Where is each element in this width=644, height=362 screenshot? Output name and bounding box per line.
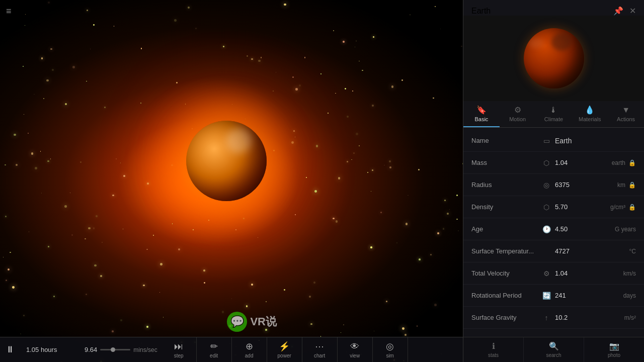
panel-header: Earth 📌 ✕ (463, 0, 644, 16)
time-value: 1.05 hours (26, 346, 57, 353)
pause-button[interactable]: ⏸ (0, 337, 20, 363)
prop-age-label: Age (471, 225, 542, 233)
prop-mass-icon: ⬡ (542, 159, 551, 167)
prop-age-icon: 🕐 (542, 225, 551, 233)
speed-slider[interactable] (100, 349, 130, 350)
wechat-icon: 💬 (227, 312, 247, 332)
prop-density-label: Density (471, 203, 542, 211)
prop-age-row[interactable]: Age 🕐 4.50 G years (463, 218, 644, 240)
space-viewport: ≡ ⏸ 1.05 hours 9.64 mins/sec ⏭ step ✏ ed… (0, 0, 463, 362)
edit-control[interactable]: ✏ edit (197, 337, 232, 363)
prop-rotation-unit: days (623, 292, 636, 299)
basic-tab-label: Basic (474, 116, 488, 122)
planet-sphere[interactable] (186, 121, 267, 201)
tab-actions[interactable]: ▼ Actions (608, 101, 644, 127)
prop-surface-temp-label: Surface Temperatur... (471, 247, 542, 255)
stats-button[interactable]: ℹ stats (463, 337, 524, 362)
prop-gravity-label: Surface Gravity (471, 314, 542, 321)
prop-velocity-unit: km/s (623, 270, 636, 277)
speed-value: 9.64 (85, 346, 97, 353)
add-label: add (245, 353, 254, 358)
tab-climate[interactable]: 🌡 Climate (536, 101, 572, 127)
space-background (0, 0, 463, 362)
view-label: view (350, 353, 360, 358)
property-tabs: 🔖 Basic ⚙ Motion 🌡 Climate 💧 Materials ▼… (463, 101, 644, 128)
close-icon[interactable]: ✕ (629, 6, 636, 16)
step-icon: ⏭ (174, 341, 183, 352)
materials-tab-icon: 💧 (585, 105, 595, 115)
photo-label: photo (608, 352, 620, 358)
photo-icon: 📷 (609, 341, 619, 351)
sim-icon: ◎ (386, 341, 394, 352)
basic-tab-icon: 🔖 (476, 105, 487, 115)
prop-velocity-row[interactable]: Total Velocity ⚙ 1.04 km/s (463, 262, 644, 285)
photo-button[interactable]: 📷 photo (584, 337, 644, 362)
prop-radius-value: 6375 (555, 181, 617, 189)
info-panel: Earth 📌 ✕ 🔖 Basic ⚙ Motion 🌡 Climate 💧 M… (463, 0, 644, 362)
chart-label: chart (314, 353, 325, 358)
prop-mass-label: Mass (471, 159, 542, 166)
speed-unit: mins/sec (133, 346, 157, 353)
prop-surface-temp-row[interactable]: Surface Temperatur... 4727 °C (463, 240, 644, 262)
search-label: search (546, 352, 561, 358)
climate-tab-label: Climate (544, 116, 563, 122)
materials-tab-label: Materials (579, 116, 601, 122)
add-control[interactable]: ⊕ add (232, 337, 267, 363)
tab-basic[interactable]: 🔖 Basic (463, 101, 500, 127)
prop-radius-unit: km (617, 182, 625, 189)
bottom-toolbar: ⏸ 1.05 hours 9.64 mins/sec ⏭ step ✏ edit… (0, 337, 463, 362)
prop-age-value: 4.50 (555, 225, 615, 233)
edit-label: edit (210, 353, 218, 358)
prop-mass-row[interactable]: Mass ⬡ 1.04 earth 🔒 (463, 152, 644, 174)
prop-rotation-value: 241 (555, 292, 623, 299)
search-button[interactable]: 🔍 search (524, 337, 584, 362)
prop-density-lock[interactable]: 🔒 (628, 204, 636, 211)
prop-density-unit: g/cm³ (610, 204, 625, 211)
prop-density-row[interactable]: Density ⬡ 5.70 g/cm³ 🔒 (463, 196, 644, 218)
prop-radius-row[interactable]: Radius ◎ 6375 km 🔒 (463, 174, 644, 196)
prop-density-value: 5.70 (555, 203, 610, 211)
planet-thumbnail (463, 16, 644, 101)
pin-icon[interactable]: 📌 (613, 6, 623, 16)
prop-escape-row[interactable]: Escape Velocity ↑ km/s (463, 329, 644, 337)
step-label: step (174, 353, 184, 358)
power-control[interactable]: ⚡ power (267, 337, 302, 363)
add-icon: ⊕ (246, 341, 253, 352)
prop-surface-temp-value: 4727 (555, 247, 629, 255)
prop-velocity-icon: ⚙ (542, 269, 551, 278)
prop-radius-icon: ◎ (542, 181, 551, 189)
view-icon: 👁 (350, 341, 359, 352)
prop-gravity-unit: m/s² (624, 314, 636, 321)
climate-tab-icon: 🌡 (549, 106, 557, 115)
prop-gravity-value: 10.2 (555, 314, 624, 321)
prop-age-unit: G years (615, 226, 636, 233)
actions-tab-icon: ▼ (622, 106, 630, 115)
motion-tab-label: Motion (509, 116, 526, 122)
header-icons: 📌 ✕ (613, 6, 636, 16)
motion-tab-icon: ⚙ (514, 105, 521, 115)
prop-rotation-row[interactable]: Rotational Period 🔄 241 days (463, 285, 644, 307)
prop-mass-value: 1.04 (555, 159, 612, 166)
panel-title: Earth (471, 7, 491, 16)
power-label: power (278, 353, 291, 358)
prop-mass-unit: earth (612, 159, 625, 166)
tab-motion[interactable]: ⚙ Motion (500, 101, 536, 127)
hamburger-menu[interactable]: ≡ (6, 6, 12, 17)
prop-gravity-row[interactable]: Surface Gravity ↑ 10.2 m/s² (463, 307, 644, 329)
watermark: 💬 VR说 (227, 312, 277, 332)
prop-name-icon: ▭ (542, 137, 551, 145)
view-control[interactable]: 👁 view (338, 337, 373, 363)
chart-control[interactable]: ⋯ chart (302, 337, 338, 363)
step-control[interactable]: ⏭ step (162, 337, 197, 363)
prop-mass-lock[interactable]: 🔒 (628, 159, 636, 166)
main-planet[interactable] (186, 121, 267, 201)
prop-radius-lock[interactable]: 🔒 (628, 182, 636, 189)
edit-icon: ✏ (210, 341, 218, 352)
tab-materials[interactable]: 💧 Materials (572, 101, 608, 127)
panel-bottom-bar: ℹ stats 🔍 search 📷 photo (463, 337, 644, 362)
prop-name-label: Name (471, 137, 542, 144)
prop-name-row[interactable]: Name ▭ Earth (463, 130, 644, 152)
actions-tab-label: Actions (617, 116, 635, 122)
sim-control[interactable]: ◎ sim (373, 337, 408, 363)
search-icon: 🔍 (549, 341, 559, 351)
